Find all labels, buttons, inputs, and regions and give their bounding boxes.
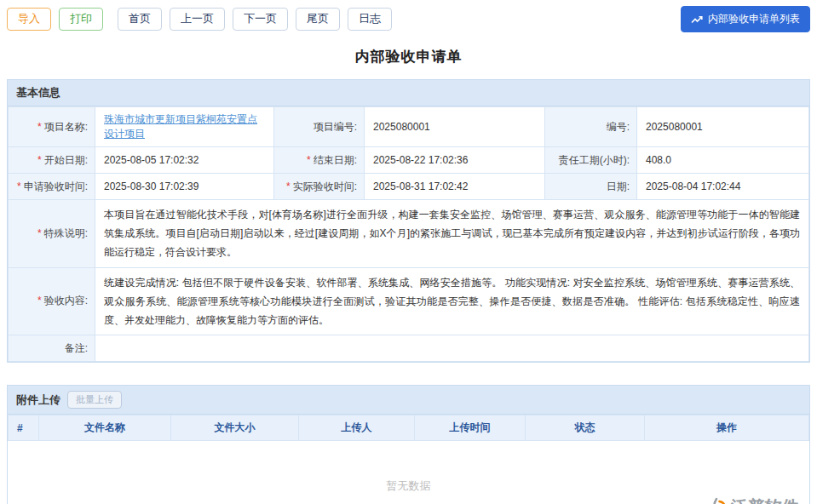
attachments-section: 附件上传 批量上传 # 文件名称 文件大小 上传人 上传时间 状态 操作	[7, 385, 810, 504]
required-marker: *	[307, 154, 311, 166]
col-header-upload-time: 上传时间	[415, 415, 526, 441]
field-value-project-code: 2025080001	[365, 107, 545, 147]
field-label-acceptance-content: *验收内容:	[9, 267, 95, 335]
page-title: 内部验收申请单	[7, 47, 810, 66]
nav-prev-button[interactable]: 上一页	[170, 8, 225, 30]
field-label-project-name: *项目名称:	[9, 107, 95, 147]
field-value-end-date: 2025-08-22 17:02:36	[365, 147, 545, 174]
page: 导入 打印 首页 上一页 下一页 尾页 日志 内部验收申请单列表 内部验收申请单…	[0, 0, 817, 504]
form-row-1: *项目名称: 珠海市城市更新项目紫桐苑安置点设计项目 项目编号: 2025080…	[9, 107, 809, 147]
field-value-code: 2025080001	[637, 107, 809, 147]
field-label-project-code: 项目编号:	[274, 107, 365, 147]
form-row-acceptance-content: *验收内容: 统建设完成情况: 包括但不限于硬件设备安装、软件部署、系统集成、网…	[9, 267, 809, 335]
basic-info-header: 基本信息	[8, 80, 809, 106]
form-row-3: *申请验收时间: 2025-08-30 17:02:39 *实际验收时间: 20…	[9, 174, 809, 200]
col-header-status: 状态	[526, 415, 645, 441]
batch-upload-button[interactable]: 批量上传	[67, 391, 122, 409]
toolbar: 导入 打印 首页 上一页 下一页 尾页 日志 内部验收申请单列表	[7, 6, 810, 32]
col-header-uploader: 上传人	[299, 415, 415, 441]
attachments-header-row: # 文件名称 文件大小 上传人 上传时间 状态 操作	[9, 415, 809, 441]
attachments-title: 附件上传	[16, 392, 60, 408]
field-value-date: 2025-08-04 17:02:44	[637, 174, 809, 200]
field-label-apply-time: *申请验收时间:	[9, 174, 95, 200]
field-value-start-date: 2025-08-05 17:02:32	[95, 147, 274, 174]
field-label-duration: 责任工期(小时):	[545, 147, 637, 174]
nav-last-button[interactable]: 尾页	[296, 8, 340, 30]
field-label-actual-time: *实际验收时间:	[274, 174, 365, 200]
required-marker: *	[37, 295, 42, 306]
nav-home-button[interactable]: 首页	[118, 8, 162, 30]
empty-state: 暂无数据	[9, 441, 809, 504]
basic-info-section: 基本信息 *项目名称: 珠海市城市更新项目紫桐苑安置点设计项目 项目编号: 20…	[7, 79, 810, 363]
col-header-filename: 文件名称	[39, 415, 171, 441]
required-marker: *	[286, 180, 291, 192]
form-row-remark: 备注:	[9, 335, 809, 362]
field-label-date: 日期:	[545, 174, 637, 200]
required-marker: *	[37, 121, 42, 133]
attachments-empty-row: 暂无数据	[9, 441, 809, 504]
field-value-actual-time: 2025-08-31 17:02:42	[365, 174, 545, 200]
form-row-2: *开始日期: 2025-08-05 17:02:32 *结束日期: 2025-0…	[9, 147, 809, 174]
field-label-start-date: *开始日期:	[9, 147, 95, 174]
trending-up-icon	[691, 14, 703, 25]
required-marker: *	[37, 154, 42, 166]
field-label-remark: 备注:	[9, 335, 95, 362]
nav-next-button[interactable]: 下一页	[233, 8, 288, 30]
col-header-index: #	[9, 415, 39, 441]
field-label-end-date: *结束日期:	[274, 147, 365, 174]
field-label-code: 编号:	[545, 107, 637, 147]
field-value-special-note: 本项目旨在通过智能化技术手段，对[体育场名称]进行全面升级，构建一套集安全监控、…	[95, 200, 809, 268]
col-header-filesize: 文件大小	[171, 415, 299, 441]
basic-info-table: *项目名称: 珠海市城市更新项目紫桐苑安置点设计项目 项目编号: 2025080…	[8, 106, 809, 362]
field-value-apply-time: 2025-08-30 17:02:39	[95, 174, 274, 200]
print-button[interactable]: 打印	[59, 8, 103, 30]
field-value-remark	[95, 335, 809, 362]
acceptance-list-button-label: 内部验收申请单列表	[708, 12, 800, 26]
field-value-acceptance-content: 统建设完成情况: 包括但不限于硬件设备安装、软件部署、系统集成、网络安全措施等。…	[95, 267, 809, 335]
form-row-special-note: *特殊说明: 本项目旨在通过智能化技术手段，对[体育场名称]进行全面升级，构建一…	[9, 200, 809, 268]
attachments-header: 附件上传 批量上传	[8, 386, 809, 415]
required-marker: *	[17, 180, 21, 192]
field-label-special-note: *特殊说明:	[9, 200, 95, 268]
import-button[interactable]: 导入	[7, 8, 51, 30]
nav-log-button[interactable]: 日志	[348, 8, 392, 30]
field-value-duration: 408.0	[637, 147, 809, 174]
project-name-link[interactable]: 珠海市城市更新项目紫桐苑安置点设计项目	[104, 113, 257, 140]
col-header-operation: 操作	[645, 415, 809, 441]
attachments-table: # 文件名称 文件大小 上传人 上传时间 状态 操作 暂无数据	[8, 415, 809, 504]
acceptance-list-button[interactable]: 内部验收申请单列表	[681, 6, 810, 32]
basic-info-title: 基本信息	[16, 85, 60, 100]
field-value-project-name: 珠海市城市更新项目紫桐苑安置点设计项目	[95, 107, 274, 147]
required-marker: *	[37, 227, 42, 239]
